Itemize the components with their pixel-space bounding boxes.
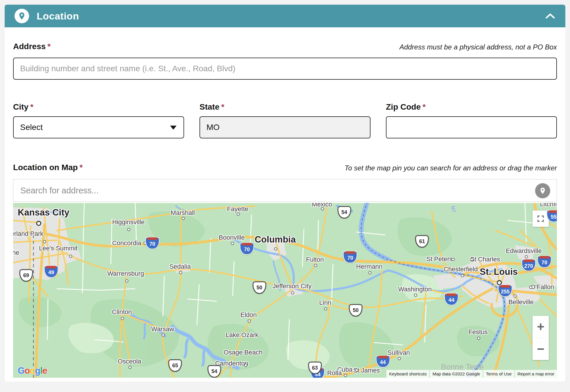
google-logo[interactable]: Google <box>18 366 47 376</box>
map-city-label: Kansas City <box>18 207 69 218</box>
map-city-dot <box>125 279 128 283</box>
map-city-dot <box>368 271 371 274</box>
map-city-dot <box>162 334 165 337</box>
report-map-error-link[interactable]: Report a map error <box>515 370 557 378</box>
map-city-label: Sedalia <box>169 263 190 270</box>
map-city-dot <box>355 368 358 372</box>
zoom-control: + − <box>532 316 549 360</box>
map-city-label: Marshall <box>171 209 195 217</box>
map-city-dot <box>514 294 517 297</box>
map-city-label: Festus <box>469 328 488 336</box>
map-city-label: Eldon <box>241 311 257 319</box>
map-search-bar <box>13 179 557 202</box>
map-city-dot <box>291 291 294 294</box>
map-city-label: Belleville <box>508 298 534 306</box>
map-city-label: Fayette <box>227 205 248 213</box>
map-city-label: Jefferson City <box>272 282 311 290</box>
map-city-label: Olathe <box>13 249 19 256</box>
map-city-label: Rolla <box>327 369 342 377</box>
map-city-label: Warrensburg <box>107 270 144 277</box>
map-city-dot <box>314 264 317 267</box>
set-pin-button[interactable] <box>535 183 550 198</box>
map-city-label: Bonne Terre <box>441 362 484 371</box>
map-city-label: St. Louis <box>480 267 518 277</box>
required-asterisk: * <box>423 102 426 111</box>
map-note: To set the map pin you can search for an… <box>345 164 557 172</box>
panel-title: Location <box>37 10 79 22</box>
map-city-dot <box>244 364 247 367</box>
state-value: MO <box>206 123 220 132</box>
map-city-label: St Charles <box>470 256 500 263</box>
map-city-label: Lee's Summit <box>39 245 78 252</box>
state-label: State* <box>200 102 224 111</box>
zoom-in-button[interactable]: + <box>532 316 549 338</box>
map-city-label: Columbia <box>255 234 296 245</box>
panel-body: Address* Address must be a physical addr… <box>5 27 565 378</box>
map-city-dot <box>182 217 185 220</box>
map-city-label: Linn <box>319 299 332 307</box>
google-logo-letter: G <box>18 366 24 376</box>
terms-of-use-link[interactable]: Terms of Use <box>483 370 514 378</box>
map-city-dot <box>321 207 324 211</box>
location-pin-icon <box>15 9 29 23</box>
map-city-label: Concordia <box>112 239 141 247</box>
zip-label: Zip Code* <box>386 102 426 111</box>
state-column: State* MO <box>200 102 370 138</box>
map-city-dot <box>247 320 251 323</box>
map-city-label: Sullivan <box>387 349 410 357</box>
map-label: Location on Map* <box>13 163 83 172</box>
zoom-out-button[interactable]: − <box>532 338 549 360</box>
page: Location Address* Address must be a phys… <box>0 0 570 392</box>
map-city-label: Boonville <box>219 234 245 241</box>
map-city-label: Warsaw <box>151 325 174 333</box>
map-city-dot <box>231 242 234 245</box>
map-city-dot <box>179 271 182 274</box>
chevron-up-icon[interactable] <box>545 13 555 19</box>
map-city-label: Osage Beach <box>224 349 262 356</box>
map-city-dot <box>69 254 72 258</box>
map-city-dot <box>525 255 528 259</box>
map-city-label: Fulton <box>306 256 324 263</box>
map-city-label: Higginsville <box>112 218 145 226</box>
map-terrain <box>13 203 557 378</box>
zip-input[interactable] <box>386 116 557 138</box>
map-city-dot <box>477 337 480 340</box>
map-canvas[interactable]: + − Google Keyboard shortcuts Map data ©… <box>13 203 557 378</box>
required-asterisk: * <box>221 102 224 111</box>
location-panel: Location Address* Address must be a phys… <box>5 5 565 382</box>
map-search-input[interactable] <box>13 186 516 195</box>
map-city-dot <box>36 221 41 226</box>
map-city-dot <box>344 374 347 377</box>
keyboard-shortcuts-button[interactable]: Keyboard shortcuts <box>386 370 429 378</box>
map-city-dot <box>237 213 240 216</box>
city-select[interactable]: Select <box>13 116 184 138</box>
panel-header: Location <box>5 5 565 27</box>
map-city-dot <box>398 357 401 360</box>
address-note: Address must be a physical address, not … <box>399 43 557 51</box>
map-city-label: Chesterfield <box>443 266 478 273</box>
map-city-label: Washington <box>398 286 432 293</box>
city-label: City* <box>13 102 33 111</box>
google-logo-letter: g <box>35 366 40 376</box>
address-input[interactable] <box>13 58 557 80</box>
map-city-label: Osceola <box>118 358 141 365</box>
map-city-label: O'Fallon <box>530 283 554 291</box>
map-city-dot <box>529 286 532 289</box>
address-label: Address* <box>13 42 51 51</box>
map-city-label: Overland Park <box>13 230 43 238</box>
map-city-dot <box>43 240 46 243</box>
google-logo-letter: l <box>40 366 42 376</box>
map-city-dot <box>129 366 132 369</box>
required-asterisk: * <box>30 102 33 111</box>
map-city-dot <box>471 258 474 261</box>
zip-column: Zip Code* <box>386 102 557 138</box>
map-city-label: Litchfield <box>540 203 557 208</box>
map-city-dot <box>324 307 327 310</box>
map-city-label: Hermann <box>356 263 382 270</box>
map-city-dot <box>414 294 417 297</box>
map-city-label: Edwardsville <box>506 247 542 255</box>
map-city-label: Lake Ozark <box>226 331 259 339</box>
map-city-dot <box>274 247 277 251</box>
map-city-dot <box>451 258 455 261</box>
city-select-value: Select <box>20 123 43 132</box>
